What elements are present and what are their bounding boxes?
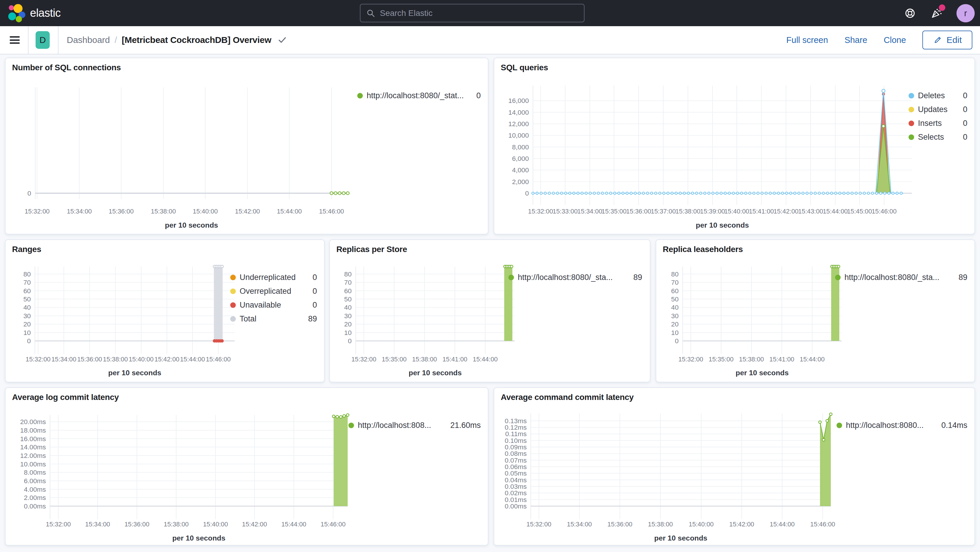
legend-item[interactable]: http://localhost:8080...0.14ms bbox=[837, 421, 967, 430]
elastic-logo[interactable]: elastic bbox=[7, 4, 60, 23]
chart-legend: http://localhost:8080...0.14ms bbox=[837, 421, 967, 430]
edit-label: Edit bbox=[947, 35, 962, 45]
svg-text:15:44:00: 15:44:00 bbox=[180, 356, 205, 363]
svg-text:15:37:00: 15:37:00 bbox=[651, 208, 676, 215]
dashboard-grid: Number of SQL connections 15:32:0015:34:… bbox=[0, 54, 980, 552]
breadcrumb-separator: / bbox=[115, 35, 117, 45]
legend-value: 0 bbox=[963, 133, 967, 142]
breadcrumb-dashboard[interactable]: Dashboard bbox=[67, 35, 110, 45]
panel-sql-queries: SQL queries 15:32:0015:33:0015:34:0015:3… bbox=[494, 58, 975, 234]
legend-item[interactable]: Deletes0 bbox=[908, 91, 967, 100]
chart-legend: http://localhost:8080/_stat...0 bbox=[357, 91, 481, 100]
svg-text:15:32:00: 15:32:00 bbox=[352, 356, 376, 363]
divider bbox=[28, 26, 29, 54]
chart-legend: http://localhost:808...21.60ms bbox=[348, 421, 481, 430]
edit-button[interactable]: Edit bbox=[923, 30, 972, 49]
svg-text:0.04ms: 0.04ms bbox=[504, 476, 527, 484]
svg-text:0.01ms: 0.01ms bbox=[504, 496, 527, 503]
page-title: [Metricbeat CockroachDB] Overview bbox=[122, 35, 271, 45]
legend-item[interactable]: http://localhost:8080/_sta...89 bbox=[508, 273, 642, 282]
legend-item[interactable]: Inserts0 bbox=[908, 119, 967, 128]
svg-text:15:43:00: 15:43:00 bbox=[798, 208, 823, 215]
legend-label: Total bbox=[240, 314, 304, 323]
svg-text:70: 70 bbox=[671, 278, 679, 286]
legend-item[interactable]: Selects0 bbox=[908, 133, 967, 142]
svg-text:15:39:00: 15:39:00 bbox=[700, 208, 725, 215]
notification-badge bbox=[939, 5, 945, 11]
search-input[interactable]: Search Elastic bbox=[360, 4, 584, 22]
svg-text:15:34:00: 15:34:00 bbox=[567, 520, 592, 528]
legend-swatch-icon bbox=[835, 275, 841, 280]
svg-text:50: 50 bbox=[344, 295, 352, 303]
svg-text:15:34:00: 15:34:00 bbox=[577, 208, 602, 215]
svg-text:20: 20 bbox=[671, 320, 679, 328]
svg-text:15:45:00: 15:45:00 bbox=[847, 208, 872, 215]
full-screen-button[interactable]: Full screen bbox=[786, 35, 828, 45]
help-icon[interactable] bbox=[904, 7, 916, 20]
clone-button[interactable]: Clone bbox=[884, 35, 906, 45]
legend-value: 21.60ms bbox=[450, 421, 481, 430]
svg-text:0.05ms: 0.05ms bbox=[504, 469, 527, 477]
legend-value: 0 bbox=[313, 287, 317, 296]
svg-text:70: 70 bbox=[344, 278, 352, 286]
svg-text:15:32:00: 15:32:00 bbox=[46, 520, 71, 528]
panel-number-of-sql-connections: Number of SQL connections 15:32:0015:34:… bbox=[5, 58, 488, 234]
space-badge[interactable]: D bbox=[36, 31, 50, 49]
svg-text:15:34:00: 15:34:00 bbox=[51, 356, 76, 363]
svg-text:12,000: 12,000 bbox=[508, 120, 529, 128]
legend-label: Selects bbox=[918, 133, 959, 142]
user-avatar[interactable]: r bbox=[956, 4, 975, 22]
svg-text:15:46:00: 15:46:00 bbox=[319, 208, 344, 215]
svg-text:15:46:00: 15:46:00 bbox=[206, 356, 231, 363]
share-button[interactable]: Share bbox=[845, 35, 867, 45]
svg-text:4,000: 4,000 bbox=[512, 166, 529, 174]
legend-swatch-icon bbox=[348, 423, 354, 428]
svg-text:0.03ms: 0.03ms bbox=[504, 483, 527, 490]
legend-value: 89 bbox=[308, 314, 317, 323]
legend-item[interactable]: Unavailable0 bbox=[230, 301, 317, 309]
svg-text:15:32:00: 15:32:00 bbox=[25, 356, 51, 363]
legend-swatch-icon bbox=[230, 275, 236, 280]
legend-item[interactable]: http://localhost:8080/_stat...0 bbox=[357, 91, 481, 100]
svg-text:0.13ms: 0.13ms bbox=[504, 417, 527, 425]
legend-swatch-icon bbox=[908, 93, 914, 99]
legend-label: http://localhost:8080/_sta... bbox=[518, 273, 629, 282]
svg-text:15:40:00: 15:40:00 bbox=[724, 208, 749, 215]
svg-text:0.00ms: 0.00ms bbox=[24, 502, 46, 510]
svg-text:60: 60 bbox=[344, 287, 352, 295]
svg-text:0: 0 bbox=[525, 189, 529, 197]
legend-swatch-icon bbox=[230, 316, 236, 322]
svg-text:0.00ms: 0.00ms bbox=[504, 502, 527, 510]
legend-item[interactable]: Updates0 bbox=[908, 105, 967, 114]
svg-text:70: 70 bbox=[23, 278, 30, 286]
svg-text:15:38:00: 15:38:00 bbox=[412, 356, 437, 363]
svg-text:2,000: 2,000 bbox=[512, 178, 529, 186]
legend-item[interactable]: Underreplicated0 bbox=[230, 273, 317, 282]
legend-item[interactable]: http://localhost:8080/_sta...89 bbox=[835, 273, 967, 282]
chart-legend: Underreplicated0Overreplicated0Unavailab… bbox=[230, 273, 317, 323]
svg-text:0.09ms: 0.09ms bbox=[504, 443, 527, 451]
svg-text:15:36:00: 15:36:00 bbox=[608, 520, 632, 528]
svg-text:15:46:00: 15:46:00 bbox=[810, 520, 835, 528]
legend-value: 0 bbox=[963, 91, 967, 100]
legend-value: 89 bbox=[633, 273, 642, 282]
menu-icon[interactable] bbox=[10, 36, 20, 44]
svg-text:15:34:00: 15:34:00 bbox=[85, 520, 110, 528]
svg-text:10: 10 bbox=[344, 329, 352, 336]
legend-value: 0 bbox=[313, 273, 317, 282]
whats-new-icon[interactable] bbox=[930, 7, 943, 20]
sql-queries-chart: 15:32:0015:33:0015:34:0015:35:0015:36:00… bbox=[494, 58, 974, 234]
svg-text:0: 0 bbox=[27, 337, 31, 345]
legend-item[interactable]: Total89 bbox=[230, 314, 317, 323]
elastic-logo-icon bbox=[7, 4, 26, 23]
legend-label: Underreplicated bbox=[240, 273, 309, 282]
svg-text:15:36:00: 15:36:00 bbox=[77, 356, 102, 363]
breadcrumb: Dashboard / [Metricbeat CockroachDB] Ove… bbox=[67, 35, 287, 45]
legend-item[interactable]: Overreplicated0 bbox=[230, 287, 317, 296]
svg-text:30: 30 bbox=[671, 312, 679, 320]
search-icon bbox=[366, 9, 375, 17]
svg-text:15:40:00: 15:40:00 bbox=[193, 208, 218, 215]
panel-ranges: Ranges 15:32:0015:34:0015:36:0015:38:001… bbox=[5, 239, 325, 382]
legend-swatch-icon bbox=[230, 288, 236, 294]
legend-item[interactable]: http://localhost:808...21.60ms bbox=[348, 421, 481, 430]
